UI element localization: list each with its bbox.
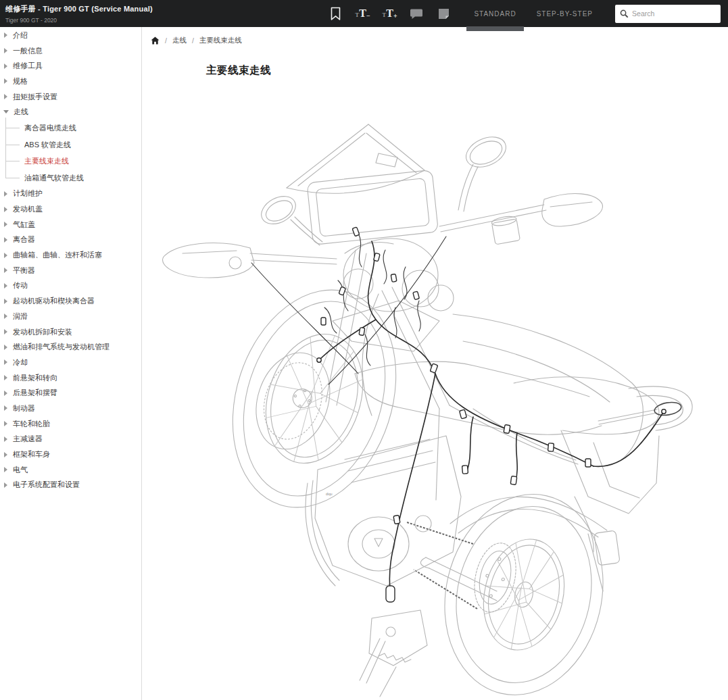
- sidebar-item[interactable]: 车轮和轮胎: [0, 416, 141, 432]
- tree-twig: [5, 161, 20, 161]
- app-header: 维修手册 - Tiger 900 GT (Service Manual) Tig…: [0, 0, 728, 27]
- sidebar-item[interactable]: 维修工具: [0, 58, 141, 74]
- comment-icon: [410, 7, 423, 20]
- sidebar-item[interactable]: 前悬架和转向: [0, 370, 141, 386]
- chevron-right-icon: [4, 421, 7, 426]
- chevron-right-icon: [4, 237, 7, 243]
- chevron-right-icon: [4, 329, 7, 334]
- chevron-right-icon: [4, 207, 7, 212]
- tree-twig: [5, 128, 20, 128]
- sidebar-item[interactable]: 起动机驱动和楔块离合器: [0, 293, 141, 309]
- sidebar-item[interactable]: 规格: [0, 74, 141, 89]
- breadcrumb-separator: /: [165, 36, 167, 45]
- search-icon: [620, 9, 629, 19]
- sidebar-item[interactable]: 制动器: [0, 401, 141, 416]
- view-mode-tabs: STANDARD STEP-BY-STEP: [464, 0, 603, 27]
- sidebar-item[interactable]: 框架和车身: [0, 447, 141, 462]
- sidebar-item[interactable]: 离合器: [0, 232, 141, 248]
- sidebar-item[interactable]: 电气: [0, 462, 141, 478]
- illustration-watermark: diqu: [326, 492, 333, 496]
- chevron-right-icon: [4, 299, 7, 304]
- sidebar-subitem[interactable]: 油箱通气软管走线: [0, 170, 141, 186]
- page-title: 主要线束走线: [206, 64, 728, 78]
- note-icon: [437, 7, 450, 20]
- chevron-down-icon: [3, 110, 9, 114]
- header-titles: 维修手册 - Tiger 900 GT (Service Manual) Tig…: [0, 4, 153, 24]
- sidebar-item[interactable]: 介绍: [0, 28, 141, 43]
- search-input[interactable]: [632, 9, 716, 18]
- search-box: [615, 5, 721, 23]
- chevron-right-icon: [4, 32, 7, 38]
- main-content: / 走线 / 主要线束走线 主要线束走线: [142, 27, 728, 700]
- chevron-right-icon: [4, 191, 7, 197]
- decrease-text-icon: TT−: [355, 8, 370, 19]
- bookmark-button[interactable]: [322, 0, 349, 27]
- sidebar-item[interactable]: 主减速器: [0, 432, 141, 447]
- sidebar-item[interactable]: 发动机拆卸和安装: [0, 324, 141, 340]
- sidebar-item[interactable]: 冷却: [0, 355, 141, 370]
- breadcrumb-item[interactable]: 走线: [172, 36, 187, 45]
- chevron-right-icon: [4, 345, 7, 350]
- sidebar-item[interactable]: 传动: [0, 278, 141, 294]
- motorcycle-line-drawing: diqu: [155, 118, 696, 699]
- chevron-right-icon: [4, 482, 7, 488]
- sidebar-item[interactable]: 平衡器: [0, 263, 141, 278]
- app-subtitle: Tiger 900 GT - 2020: [5, 17, 153, 24]
- chevron-right-icon: [4, 436, 7, 442]
- breadcrumb-item-current: 主要线束走线: [199, 36, 242, 45]
- sidebar-item[interactable]: 计划维护: [0, 186, 141, 202]
- sidebar-item[interactable]: 曲轴箱、曲轴、连杆和活塞: [0, 247, 141, 263]
- chevron-right-icon: [4, 48, 7, 53]
- sidebar-item[interactable]: 扭矩扳手设置: [0, 89, 141, 105]
- chevron-right-icon: [4, 64, 7, 69]
- chevron-right-icon: [4, 78, 7, 84]
- chevron-right-icon: [4, 253, 7, 258]
- sidebar-subtree: 离合器电缆走线 ABS 软管走线 主要线束走线 油箱通气软管走线: [0, 120, 141, 186]
- tab-standard[interactable]: STANDARD: [464, 0, 526, 27]
- home-icon[interactable]: [151, 36, 160, 45]
- sidebar-nav: 介绍 一般信息 维修工具 规格 扭矩扳手设置 走线 离合器电缆走线 ABS 软管…: [0, 27, 142, 700]
- tab-step-by-step[interactable]: STEP-BY-STEP: [527, 0, 603, 27]
- sidebar-item[interactable]: 润滑: [0, 309, 141, 324]
- chevron-right-icon: [4, 467, 7, 472]
- sidebar-subitem[interactable]: ABS 软管走线: [0, 136, 141, 153]
- sidebar-item-expanded[interactable]: 走线: [0, 104, 141, 120]
- sidebar-item[interactable]: 一般信息: [0, 43, 141, 59]
- decrease-text-button[interactable]: TT−: [349, 0, 376, 27]
- header-toolbar: TT− TT+ STANDARD STEP-BY-STEP: [322, 0, 728, 27]
- chevron-right-icon: [4, 359, 7, 365]
- sidebar-item[interactable]: 气缸盖: [0, 217, 141, 232]
- tree-twig: [5, 178, 20, 178]
- increase-text-button[interactable]: TT+: [376, 0, 403, 27]
- increase-text-icon: TT+: [382, 8, 397, 19]
- sidebar-item[interactable]: 后悬架和摆臂: [0, 385, 141, 401]
- chevron-right-icon: [4, 314, 7, 319]
- breadcrumb-separator: /: [192, 36, 194, 45]
- sidebar-item[interactable]: 燃油和排气系统与发动机管理: [0, 339, 141, 355]
- sidebar-subitem[interactable]: 离合器电缆走线: [0, 120, 141, 136]
- app-title: 维修手册 - Tiger 900 GT (Service Manual): [5, 4, 153, 14]
- chevron-right-icon: [4, 222, 7, 227]
- motorcycle-harness-illustration: diqu: [155, 118, 696, 699]
- sidebar-subitem-active[interactable]: 主要线束走线: [0, 153, 141, 170]
- comments-button[interactable]: [403, 0, 430, 27]
- chevron-right-icon: [4, 94, 7, 99]
- breadcrumb: / 走线 / 主要线束走线: [142, 27, 728, 45]
- chevron-right-icon: [4, 375, 7, 380]
- chevron-right-icon: [4, 405, 7, 411]
- notes-button[interactable]: [430, 0, 457, 27]
- sidebar-item[interactable]: 发动机盖: [0, 201, 141, 217]
- bookmark-icon: [330, 7, 341, 21]
- tree-twig: [5, 145, 20, 145]
- chevron-right-icon: [4, 268, 7, 273]
- chevron-right-icon: [4, 391, 7, 396]
- chevron-right-icon: [4, 452, 7, 457]
- sidebar-item[interactable]: 电子系统配置和设置: [0, 478, 141, 493]
- chevron-right-icon: [4, 283, 7, 289]
